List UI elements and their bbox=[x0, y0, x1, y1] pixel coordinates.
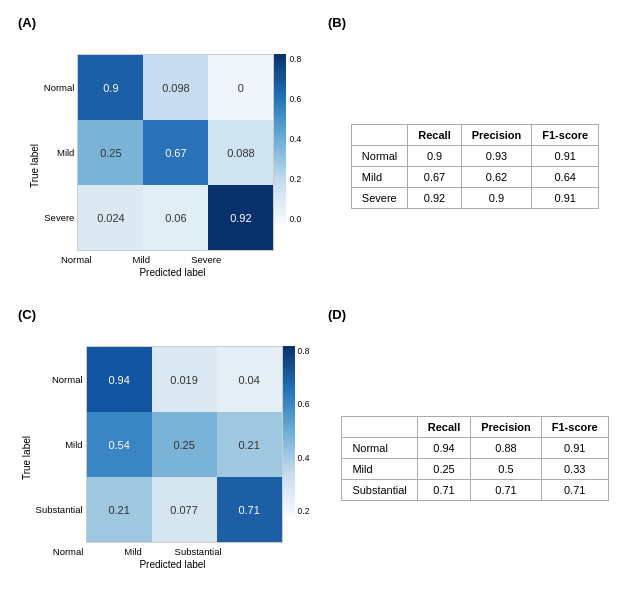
ytick-severe-a: Severe bbox=[44, 185, 75, 250]
row-label-d-0: Normal bbox=[342, 437, 417, 458]
panel-c-label: (C) bbox=[18, 307, 36, 322]
cm-inner-c: True label Normal Mild Substantial 0.940… bbox=[21, 346, 310, 570]
xtick-labels-a: Normal Mild Severe bbox=[44, 254, 239, 265]
cm-grid-colorbar-c: 0.940.0190.040.540.250.210.210.0770.71 0… bbox=[86, 346, 310, 543]
cm-grid-a: 0.90.09800.250.670.0880.0240.060.92 bbox=[77, 54, 274, 251]
recall-d-2: 0.71 bbox=[417, 479, 470, 500]
recall-d-1: 0.25 bbox=[417, 458, 470, 479]
col-header-precision-d: Precision bbox=[471, 416, 542, 437]
y-axis-label-c: True label bbox=[21, 436, 32, 480]
cm-cell-a-5: 0.088 bbox=[208, 120, 273, 185]
cm-cell-c-6: 0.21 bbox=[87, 477, 152, 542]
row-label-b-2: Severe bbox=[351, 187, 407, 208]
cm-cell-a-8: 0.92 bbox=[208, 185, 273, 250]
colorbar-a: 0.8 0.6 0.4 0.2 0.0 bbox=[274, 54, 301, 224]
table-row-d-1: Mild 0.25 0.5 0.33 bbox=[342, 458, 608, 479]
cm-grid-c: 0.940.0190.040.540.250.210.210.0770.71 bbox=[86, 346, 283, 543]
cm-cell-c-5: 0.21 bbox=[217, 412, 282, 477]
table-header-row-b: Recall Precision F1-score bbox=[351, 124, 598, 145]
cm-cell-c-0: 0.94 bbox=[87, 347, 152, 412]
cm-cell-a-4: 0.67 bbox=[143, 120, 208, 185]
colorbar-c: 0.8 0.6 0.4 0.2 bbox=[283, 346, 310, 516]
cm-cell-a-7: 0.06 bbox=[143, 185, 208, 250]
panel-a-label: (A) bbox=[18, 15, 36, 30]
recall-b-2: 0.92 bbox=[408, 187, 461, 208]
cm-cell-c-8: 0.71 bbox=[217, 477, 282, 542]
ytick-normal-c: Normal bbox=[36, 347, 83, 412]
cm-with-yticks-a: Normal Mild Severe 0.90.09800.250.670.08… bbox=[44, 54, 301, 251]
colorbar-gradient-a bbox=[274, 54, 286, 224]
cm-cell-a-0: 0.9 bbox=[78, 55, 143, 120]
table-body-d: Normal 0.94 0.88 0.91Mild 0.25 0.5 0.33S… bbox=[342, 437, 608, 500]
colorbar-ticks-a: 0.8 0.6 0.4 0.2 0.0 bbox=[289, 54, 301, 224]
panel-b-label: (B) bbox=[328, 15, 346, 30]
col-header-f1-b: F1-score bbox=[532, 124, 599, 145]
metrics-table-b: Recall Precision F1-score Normal 0.9 0.9… bbox=[351, 124, 599, 209]
ytick-substantial-c: Substantial bbox=[36, 477, 83, 542]
ytick-mild-c: Mild bbox=[36, 412, 83, 477]
table-row-d-0: Normal 0.94 0.88 0.91 bbox=[342, 437, 608, 458]
col-header-precision-b: Precision bbox=[461, 124, 532, 145]
f1-d-1: 0.33 bbox=[541, 458, 608, 479]
table-row-b-2: Severe 0.92 0.9 0.91 bbox=[351, 187, 598, 208]
recall-d-0: 0.94 bbox=[417, 437, 470, 458]
precision-b-2: 0.9 bbox=[461, 187, 532, 208]
ytick-normal-a: Normal bbox=[44, 55, 75, 120]
metrics-table-d: Recall Precision F1-score Normal 0.94 0.… bbox=[341, 416, 608, 501]
cm-cell-c-1: 0.019 bbox=[152, 347, 217, 412]
precision-d-2: 0.71 bbox=[471, 479, 542, 500]
x-axis-label-a: Predicted label bbox=[44, 267, 301, 278]
panel-d-label: (D) bbox=[328, 307, 346, 322]
confusion-matrix-a: True label Normal Mild Severe 0.90.09800… bbox=[15, 15, 315, 297]
ytick-mild-a: Mild bbox=[44, 120, 75, 185]
col-header-empty-d bbox=[342, 416, 417, 437]
f1-b-0: 0.91 bbox=[532, 145, 599, 166]
row-label-b-1: Mild bbox=[351, 166, 407, 187]
precision-d-0: 0.88 bbox=[471, 437, 542, 458]
panel-b: (B) Recall Precision F1-score Normal 0.9… bbox=[320, 10, 630, 302]
colorbar-ticks-c: 0.8 0.6 0.4 0.2 bbox=[298, 346, 310, 516]
x-axis-label-c: Predicted label bbox=[36, 559, 310, 570]
colorbar-gradient-c bbox=[283, 346, 295, 516]
cm-grid-colorbar-a: 0.90.09800.250.670.0880.0240.060.92 0.8 … bbox=[77, 54, 301, 251]
table-body-b: Normal 0.9 0.93 0.91Mild 0.67 0.62 0.64S… bbox=[351, 145, 598, 208]
row-label-b-0: Normal bbox=[351, 145, 407, 166]
confusion-matrix-c: True label Normal Mild Substantial 0.940… bbox=[15, 307, 315, 589]
recall-b-1: 0.67 bbox=[408, 166, 461, 187]
cm-cell-c-3: 0.54 bbox=[87, 412, 152, 477]
precision-b-1: 0.62 bbox=[461, 166, 532, 187]
col-header-empty-b bbox=[351, 124, 407, 145]
y-axis-label-a: True label bbox=[29, 144, 40, 188]
f1-b-2: 0.91 bbox=[532, 187, 599, 208]
ytick-labels-c: Normal Mild Substantial bbox=[36, 347, 83, 542]
main-container: (A) True label Normal Mild Severe 0.90.0… bbox=[0, 0, 640, 604]
cm-cell-a-1: 0.098 bbox=[143, 55, 208, 120]
cm-cell-a-2: 0 bbox=[208, 55, 273, 120]
col-header-recall-d: Recall bbox=[417, 416, 470, 437]
table-row-b-1: Mild 0.67 0.62 0.64 bbox=[351, 166, 598, 187]
panel-d: (D) Recall Precision F1-score Normal 0.9… bbox=[320, 302, 630, 594]
col-header-recall-b: Recall bbox=[408, 124, 461, 145]
f1-b-1: 0.64 bbox=[532, 166, 599, 187]
f1-d-0: 0.91 bbox=[541, 437, 608, 458]
xtick-labels-c: Normal Mild Substantial bbox=[36, 546, 231, 557]
col-header-f1-d: F1-score bbox=[541, 416, 608, 437]
row-label-d-2: Substantial bbox=[342, 479, 417, 500]
table-container-b: Recall Precision F1-score Normal 0.9 0.9… bbox=[325, 15, 625, 297]
precision-d-1: 0.5 bbox=[471, 458, 542, 479]
cm-cell-c-7: 0.077 bbox=[152, 477, 217, 542]
cm-cell-a-6: 0.024 bbox=[78, 185, 143, 250]
table-header-row-d: Recall Precision F1-score bbox=[342, 416, 608, 437]
panel-c: (C) True label Normal Mild Substantial 0… bbox=[10, 302, 320, 594]
panel-a: (A) True label Normal Mild Severe 0.90.0… bbox=[10, 10, 320, 302]
cm-cell-a-3: 0.25 bbox=[78, 120, 143, 185]
table-row-b-0: Normal 0.9 0.93 0.91 bbox=[351, 145, 598, 166]
table-row-d-2: Substantial 0.71 0.71 0.71 bbox=[342, 479, 608, 500]
ytick-labels-a: Normal Mild Severe bbox=[44, 55, 75, 250]
cm-cell-c-2: 0.04 bbox=[217, 347, 282, 412]
cm-cell-c-4: 0.25 bbox=[152, 412, 217, 477]
f1-d-2: 0.71 bbox=[541, 479, 608, 500]
recall-b-0: 0.9 bbox=[408, 145, 461, 166]
table-container-d: Recall Precision F1-score Normal 0.94 0.… bbox=[325, 307, 625, 589]
row-label-d-1: Mild bbox=[342, 458, 417, 479]
